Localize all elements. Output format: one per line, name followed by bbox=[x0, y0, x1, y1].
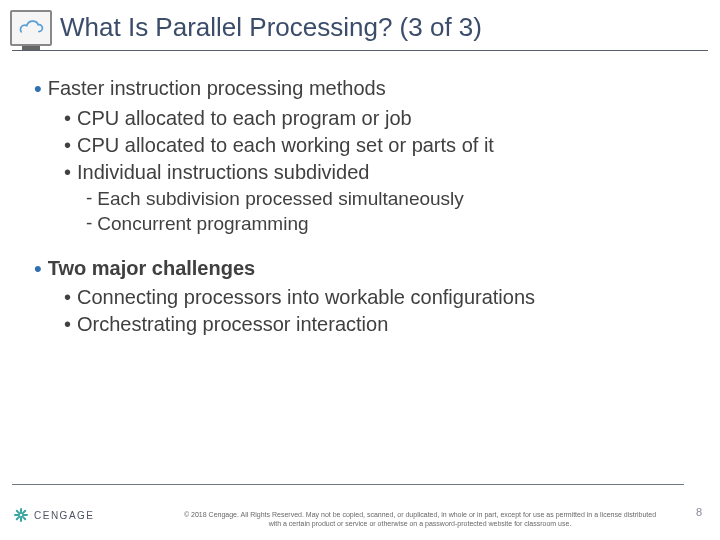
bullet-level2: •Orchestrating processor interaction bbox=[64, 311, 686, 338]
slide-body: •Faster instruction processing methods •… bbox=[0, 51, 720, 338]
bullet-level2: •Individual instructions subdivided bbox=[64, 159, 686, 186]
cengage-brand-text: CENGAGE bbox=[34, 510, 95, 521]
slide-header: What Is Parallel Processing? (3 of 3) bbox=[0, 0, 720, 46]
bullet-text: Faster instruction processing methods bbox=[48, 75, 386, 103]
bullet-text: Orchestrating processor interaction bbox=[77, 311, 388, 338]
bullet-level2: •CPU allocated to each working set or pa… bbox=[64, 132, 686, 159]
slide-title: What Is Parallel Processing? (3 of 3) bbox=[60, 10, 482, 43]
bullet-level2: •Connecting processors into workable con… bbox=[64, 284, 686, 311]
slide-footer: CENGAGE © 2018 Cengage. All Rights Reser… bbox=[0, 484, 720, 540]
page-number: 8 bbox=[696, 506, 702, 518]
bullet-level2: •CPU allocated to each program or job bbox=[64, 105, 686, 132]
cloud-icon bbox=[10, 10, 52, 46]
bullet-text: CPU allocated to each working set or par… bbox=[77, 132, 494, 159]
bullet-text: Concurrent programming bbox=[97, 211, 308, 237]
bullet-text: Connecting processors into workable conf… bbox=[77, 284, 535, 311]
bullet-text: CPU allocated to each program or job bbox=[77, 105, 412, 132]
bullet-text: Two major challenges bbox=[48, 255, 255, 283]
footer-divider bbox=[12, 484, 684, 485]
burst-icon bbox=[14, 508, 28, 522]
copyright-text: © 2018 Cengage. All Rights Reserved. May… bbox=[180, 511, 660, 528]
bullet-level3: -Concurrent programming bbox=[86, 211, 686, 237]
cengage-logo: CENGAGE bbox=[14, 508, 95, 522]
bullet-text: Each subdivision processed simultaneousl… bbox=[97, 186, 463, 212]
bullet-text: Individual instructions subdivided bbox=[77, 159, 369, 186]
bullet-level1: •Two major challenges bbox=[34, 255, 686, 283]
bullet-level3: -Each subdivision processed simultaneous… bbox=[86, 186, 686, 212]
slide: What Is Parallel Processing? (3 of 3) •F… bbox=[0, 0, 720, 540]
bullet-level1: •Faster instruction processing methods bbox=[34, 75, 686, 103]
